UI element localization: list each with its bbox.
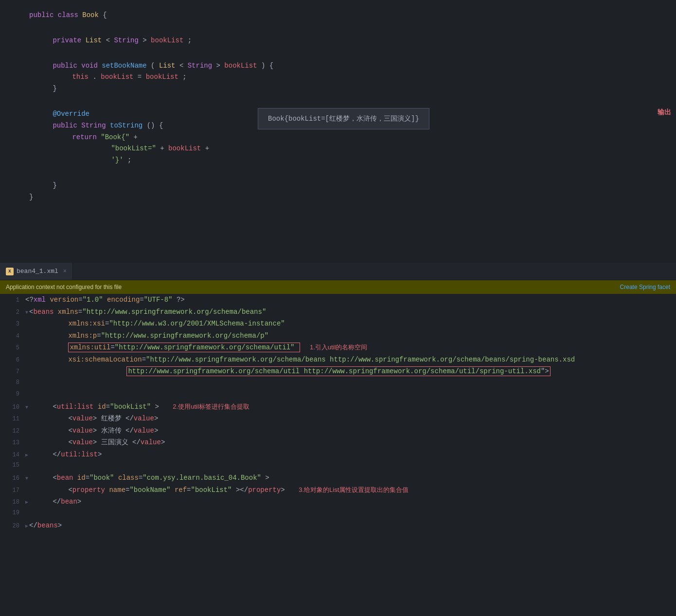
- java-line-11: return "Book{" +: [0, 132, 676, 144]
- java-line-5: public void setBookName ( List < String …: [0, 60, 676, 72]
- status-bar: Application context not configured for t…: [0, 280, 676, 294]
- tab-bean4-1-xml[interactable]: X bean4_1.xml ×: [0, 263, 73, 280]
- java-line-blank4: [0, 166, 676, 180]
- java-line-blank3: [0, 95, 676, 109]
- java-line-blank2: [0, 47, 676, 60]
- java-line-15: }: [0, 180, 676, 192]
- create-spring-facet-button[interactable]: Create Spring facet: [620, 284, 670, 290]
- xml-line-1: 1 <?xml version="1.0" encoding="UTF-8" ?…: [0, 294, 676, 306]
- annotation-3: 3.给对象的List属性设置提取出的集合值: [299, 486, 409, 493]
- java-line-6: this . bookList = bookList ;: [0, 72, 676, 83]
- fold-icon-2[interactable]: ▼: [25, 308, 28, 317]
- java-code-panel: public class Book { private List < Strin…: [0, 0, 676, 263]
- status-message: Application context not configured for t…: [6, 284, 122, 290]
- xml-code-panel: 1 <?xml version="1.0" encoding="UTF-8" ?…: [0, 294, 676, 616]
- tab-close-button[interactable]: ×: [63, 268, 67, 275]
- xml-line-10: 10 ▼ <util:list id="bookList" > 2.使用util…: [0, 401, 676, 413]
- xml-line-13: 13 <value> 三国演义 </value>: [0, 436, 676, 449]
- java-line-7: }: [0, 83, 676, 95]
- java-line-blank1: [0, 21, 676, 35]
- xml-line-3: 3 xmlns:xsi="http://www.w3.org/2001/XMLS…: [0, 318, 676, 330]
- xml-line-11: 11 <value> 红楼梦 </value>: [0, 413, 676, 425]
- xml-line-19: 19: [0, 508, 676, 520]
- fold-icon-20[interactable]: ▶: [25, 522, 28, 531]
- xml-line-18: 18 ▶ </bean>: [0, 496, 676, 508]
- xml-line-16: 16 ▼ <bean id="book" class="com.ysy.lear…: [0, 472, 676, 484]
- xml-line-17: 17 <property name="bookName" ref="bookLi…: [0, 484, 676, 496]
- xml-line-6: 6 xsi:schemaLocation="http://www.springf…: [0, 354, 676, 366]
- fold-icon-16[interactable]: ▼: [25, 474, 28, 483]
- java-line-3: private List < String > bookList ;: [0, 35, 676, 47]
- xml-line-7: 7 http://www.springframework.org/schema/…: [0, 365, 676, 378]
- fold-icon-14[interactable]: ▶: [25, 451, 28, 460]
- java-line-16: }: [0, 192, 676, 203]
- tab-bar: X bean4_1.xml ×: [0, 263, 676, 280]
- java-line-1: public class Book {: [0, 10, 676, 21]
- fold-icon-18[interactable]: ▶: [25, 498, 28, 507]
- xml-line-2: 2 ▼ <beans xmlns="http://www.springframe…: [0, 306, 676, 318]
- java-line-12: "bookList=" + bookList +: [0, 143, 676, 155]
- java-line-13: '}' ;: [0, 155, 676, 166]
- xml-line-9: 9: [0, 389, 676, 401]
- tab-label: bean4_1.xml: [17, 268, 58, 275]
- xml-line-12: 12 <value> 水浒传 </value>: [0, 425, 676, 437]
- xml-line-20: 20 ▶ </beans>: [0, 520, 676, 532]
- tooltip-output: Book{bookList=[红楼梦，水浒传，三国演义]}: [258, 108, 429, 129]
- tab-file-icon: X: [6, 268, 14, 275]
- xml-line-14: 14 ▶ </util:list>: [0, 449, 676, 461]
- tooltip-text: Book{bookList=[红楼梦，水浒传，三国演义]}: [268, 115, 419, 123]
- xml-line-5: 5 xmlns:util="http://www.springframework…: [0, 342, 676, 354]
- fold-icon-10[interactable]: ▼: [25, 403, 28, 412]
- annotation-1: 1.引入util的名称空间: [310, 344, 367, 351]
- xml-line-4: 4 xmlns:p="http://www.springframework.or…: [0, 330, 676, 342]
- annotation-2: 2.使用util标签进行集合提取: [173, 403, 249, 410]
- xml-line-15: 15: [0, 460, 676, 472]
- xml-line-8: 8: [0, 378, 676, 389]
